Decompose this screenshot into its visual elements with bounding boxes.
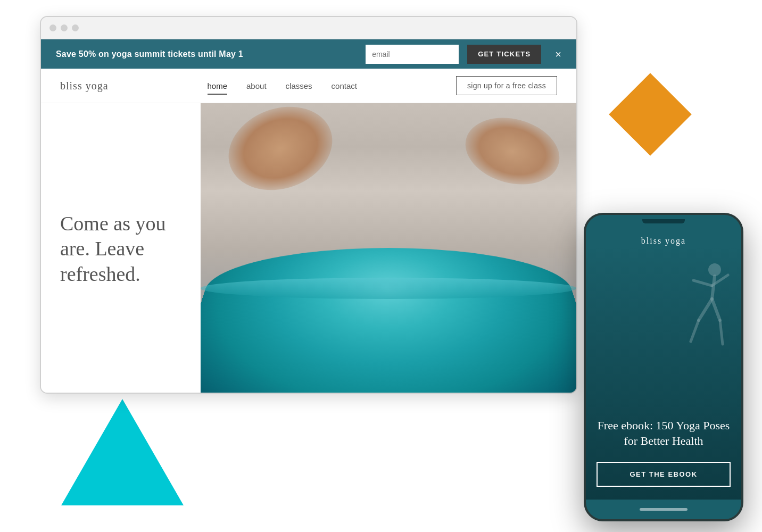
nav-links: home about classes contact	[208, 81, 357, 90]
browser-chrome	[41, 17, 576, 39]
close-icon[interactable]: ×	[555, 49, 561, 60]
browser-window: Save 50% on yoga summit tickets until Ma…	[40, 16, 577, 394]
decorative-diamond	[609, 73, 692, 156]
browser-dot-yellow	[61, 24, 68, 31]
phone-home-indicator	[640, 508, 688, 511]
nav-logo: bliss yoga	[60, 80, 109, 92]
hero-section: Come as you are. Leave refreshed.	[41, 103, 576, 394]
hero-image-area	[201, 103, 576, 394]
nav-link-home[interactable]: home	[208, 81, 228, 90]
phone-notch	[642, 219, 685, 223]
nav-link-classes[interactable]: classes	[286, 81, 312, 90]
phone-logo: bliss yoga	[641, 236, 686, 246]
phone-hero-image: Free ebook: 150 Yoga Poses for Better He…	[586, 246, 741, 500]
browser-dot-green	[72, 24, 79, 31]
mat-edge-highlight	[201, 278, 576, 299]
announcement-text: Save 50% on yoga summit tickets until Ma…	[56, 49, 357, 59]
nav-bar: bliss yoga home about classes contact si…	[41, 69, 576, 103]
yoga-mat-rolled	[201, 248, 576, 394]
announcement-bar: Save 50% on yoga summit tickets until Ma…	[41, 39, 576, 69]
svg-point-0	[708, 263, 721, 276]
yoga-silhouette-icon	[683, 256, 736, 363]
announcement-email-input[interactable]	[366, 45, 459, 64]
svg-line-2	[693, 280, 712, 286]
svg-line-4	[699, 299, 712, 320]
hero-headline: Come as you are. Leave refreshed.	[60, 211, 181, 287]
phone-mockup: bliss yoga Free ebook: 150 Yoga Poses fo…	[584, 213, 743, 521]
announcement-cta-button[interactable]: GET TICKETS	[467, 45, 541, 64]
svg-line-6	[691, 320, 699, 342]
phone-ebook-title: Free ebook: 150 Yoga Poses for Better He…	[597, 418, 731, 449]
nav-link-about[interactable]: about	[246, 81, 267, 90]
nav-link-contact[interactable]: contact	[332, 81, 357, 90]
phone-content: Free ebook: 150 Yoga Poses for Better He…	[586, 405, 741, 500]
browser-dot-red	[49, 24, 56, 31]
svg-line-1	[712, 276, 715, 299]
mat-photo	[201, 103, 576, 394]
decorative-triangle	[61, 399, 184, 505]
hero-text-area: Come as you are. Leave refreshed.	[41, 103, 201, 394]
nav-signup-button[interactable]: sign up for a free class	[456, 76, 557, 95]
phone-cta-button[interactable]: GET THE EBOOK	[597, 462, 731, 487]
svg-line-7	[720, 320, 723, 344]
svg-line-5	[712, 299, 720, 320]
